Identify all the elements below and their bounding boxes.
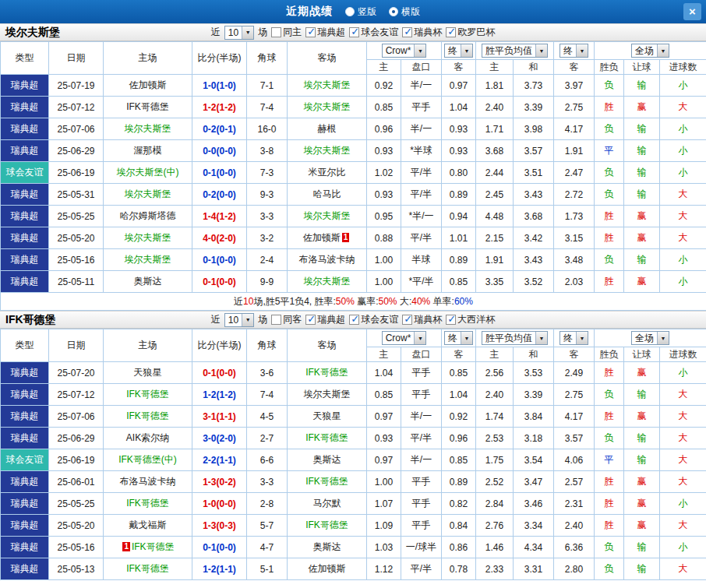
away-team: 佐加顿斯1: [288, 227, 367, 249]
league-type-cell: 瑞典超: [1, 471, 49, 493]
avg-final-select[interactable]: 终▼: [560, 331, 588, 345]
match-date: 25-05-16: [49, 249, 104, 271]
odds-company-select[interactable]: Crow*▼: [382, 331, 427, 345]
home-team: 埃尔夫斯堡: [104, 184, 192, 206]
match-score: 0-1(0-0): [192, 271, 247, 293]
result-goals: 小: [660, 249, 706, 271]
result-goals: 小: [660, 140, 706, 162]
handicap-line: 平手: [401, 515, 442, 537]
odds-company-select[interactable]: Crow*▼: [382, 44, 427, 58]
checkbox-icon[interactable]: [305, 27, 316, 37]
result-goals: 小: [660, 493, 706, 515]
result-handicap: 输: [624, 449, 660, 471]
away-team: 埃尔夫斯堡: [288, 97, 367, 118]
summary-text-part: 10: [243, 296, 253, 307]
home-team: IFK哥德堡(中): [104, 449, 192, 471]
result-goals: 大: [660, 428, 706, 449]
recent-count-select[interactable]: 10 ▼: [224, 313, 254, 327]
odds-final-select[interactable]: 终▼: [444, 331, 473, 345]
home-team: 埃尔夫斯堡(中): [104, 162, 192, 184]
result-goals: 小: [660, 537, 706, 558]
result-wdl: 胜: [595, 227, 624, 249]
home-team: 1IFK哥德堡: [104, 537, 192, 558]
checkbox-icon[interactable]: [446, 315, 456, 325]
match-score: 0-1(0-0): [192, 249, 247, 271]
chevron-down-icon: ▼: [535, 332, 547, 344]
radio-icon: [389, 7, 398, 16]
match-date: 25-07-12: [49, 384, 104, 406]
recent-count-select[interactable]: 10 ▼: [224, 26, 254, 40]
odds-away: 0.84: [442, 515, 476, 537]
avg-odds-home: 1.81: [476, 75, 514, 97]
filter-league-4[interactable]: 欧罗巴杯: [446, 26, 495, 39]
filter-league-2[interactable]: 球会友谊: [349, 313, 398, 326]
odds-final-select[interactable]: 终▼: [444, 44, 473, 58]
checkbox-icon[interactable]: [446, 27, 456, 37]
filter-prefix-label: 近: [211, 26, 221, 39]
away-team: 布洛马波卡纳: [288, 249, 367, 271]
match-row: 瑞典超25-05-31埃尔夫斯堡0-2(0-0)9-3哈马比0.93平/半0.8…: [1, 184, 706, 206]
avg-odds-select[interactable]: 胜平负均值▼: [482, 331, 548, 345]
match-row: 瑞典超25-05-25哈尔姆斯塔德1-4(1-2)3-3埃尔夫斯堡0.95*半/…: [1, 206, 706, 227]
handicap-line: 平/半: [401, 428, 442, 449]
match-date: 25-07-12: [49, 97, 104, 118]
avg-odds-home: 3.68: [476, 140, 514, 162]
result-handicap: 输: [624, 184, 660, 206]
col-score: 比分(半场): [192, 329, 247, 362]
match-row: 瑞典超25-07-19佐加顿斯1-0(1-0)7-1埃尔夫斯堡0.92半/一0.…: [1, 75, 706, 97]
handicap-line: 平手: [401, 384, 442, 406]
checkbox-icon[interactable]: [271, 315, 281, 325]
chevron-down-icon: ▼: [461, 44, 472, 57]
checkbox-icon[interactable]: [271, 27, 281, 37]
checkbox-icon[interactable]: [305, 315, 316, 325]
filter-league-3[interactable]: 瑞典杯: [402, 313, 442, 326]
scope-select[interactable]: 全场▼: [631, 44, 669, 58]
checkbox-icon[interactable]: [349, 27, 359, 37]
filter-league-1[interactable]: 瑞典超: [305, 313, 345, 326]
handicap-line: 半/一: [401, 118, 442, 140]
match-row: 瑞典超25-07-12IFK哥德堡1-2(1-2)7-4埃尔夫斯堡0.85平手1…: [1, 97, 706, 118]
radio-horizontal-layout[interactable]: 横版: [389, 5, 420, 19]
result-goals: 大: [660, 97, 706, 118]
home-team: 天狼星: [104, 362, 192, 384]
col-result-goals: 进球数: [660, 60, 706, 75]
avg-odds-select[interactable]: 胜平负均值▼: [482, 44, 548, 58]
odds-final-header: 终▼: [442, 329, 476, 347]
result-wdl: 负: [595, 162, 624, 184]
avg-odds-home: 2.56: [476, 362, 514, 384]
result-handicap: 赢: [624, 515, 660, 537]
odds-home: 0.95: [367, 206, 401, 227]
league-type-cell: 瑞典超: [1, 428, 49, 449]
checkbox-icon[interactable]: [349, 315, 359, 325]
away-team: IFK哥德堡: [288, 515, 367, 537]
filter-same-away[interactable]: 同客: [271, 313, 302, 326]
filter-league-1[interactable]: 瑞典超: [305, 26, 345, 39]
filter-same-home[interactable]: 同主: [271, 26, 302, 39]
result-handicap: 赢: [624, 493, 660, 515]
avg-odds-away: 4.17: [554, 118, 595, 140]
filter-league-2[interactable]: 球会友谊: [349, 26, 398, 39]
radio-vertical-layout[interactable]: 竖版: [345, 5, 376, 19]
avg-final-select[interactable]: 终▼: [560, 44, 588, 58]
home-team: AIK索尔纳: [104, 428, 192, 449]
checkbox-icon[interactable]: [402, 27, 412, 37]
handicap-line: 平/半: [401, 162, 442, 184]
result-goals: 大: [660, 515, 706, 537]
odds-home: 1.04: [367, 362, 401, 384]
match-date: 25-05-31: [49, 184, 104, 206]
avg-odds-home: 2.15: [476, 227, 514, 249]
filter-bar: 近 10 ▼ 场 同客 瑞典超 球会友谊 瑞典杯 大西洋杯: [211, 313, 495, 327]
scope-select[interactable]: 全场▼: [631, 331, 669, 345]
result-wdl: 胜: [595, 97, 624, 118]
checkbox-icon[interactable]: [402, 315, 412, 325]
team-section-header-2: IFK哥德堡 近 10 ▼ 场 同客 瑞典超 球会友谊 瑞典杯 大西洋杯: [0, 311, 706, 329]
avg-odds-draw: 3.57: [514, 140, 554, 162]
result-goals: 小: [660, 75, 706, 97]
match-date: 25-05-11: [49, 271, 104, 293]
close-icon[interactable]: ×: [683, 3, 701, 20]
filter-league-4[interactable]: 大西洋杯: [446, 313, 495, 326]
match-row: 球会友谊25-06-19埃尔夫斯堡(中)0-1(0-0)7-3米亚尔比1.02平…: [1, 162, 706, 184]
result-handicap: 输: [624, 162, 660, 184]
odds-away: 1.04: [442, 97, 476, 118]
filter-league-3[interactable]: 瑞典杯: [402, 26, 442, 39]
